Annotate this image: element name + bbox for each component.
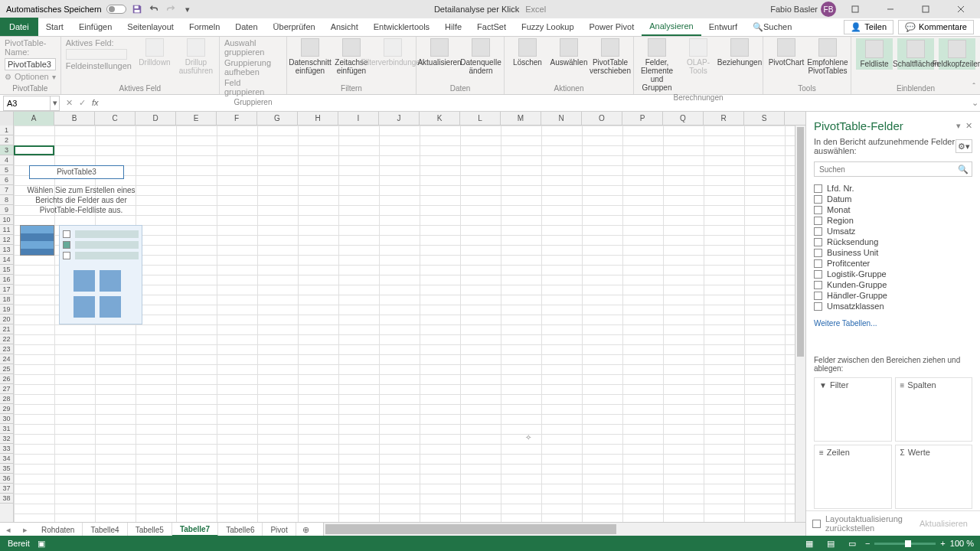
- col-header[interactable]: J: [379, 112, 420, 126]
- user-avatar[interactable]: FB: [821, 2, 836, 17]
- field-search-input[interactable]: [815, 165, 955, 174]
- tab-daten[interactable]: Daten: [227, 18, 265, 36]
- row-header[interactable]: 26: [0, 374, 13, 384]
- area-values[interactable]: Σ Werte: [895, 445, 973, 509]
- change-source-button[interactable]: Datenquelle ändern: [462, 38, 499, 75]
- row-header[interactable]: 10: [0, 215, 13, 225]
- recommended-button[interactable]: Empfohlene PivotTables: [809, 38, 846, 75]
- row-header[interactable]: 38: [0, 494, 13, 504]
- field-item[interactable]: Lfd. Nr.: [814, 183, 972, 194]
- tab-hilfe[interactable]: Hilfe: [437, 18, 469, 36]
- field-item[interactable]: Umsatz: [814, 226, 972, 236]
- col-header[interactable]: G: [257, 112, 298, 126]
- row-header[interactable]: 8: [0, 195, 13, 205]
- fieldlist-button[interactable]: Feldliste: [856, 38, 893, 70]
- view-layout-icon[interactable]: ▤: [822, 537, 839, 549]
- clear-button[interactable]: Löschen: [509, 38, 546, 67]
- row-header[interactable]: 2: [0, 135, 13, 145]
- pivottable-name-value[interactable]: PivotTable3: [5, 58, 56, 70]
- row-header[interactable]: 37: [0, 484, 13, 494]
- row-header[interactable]: 13: [0, 245, 13, 255]
- macro-record-icon[interactable]: ▣: [38, 539, 45, 549]
- col-header[interactable]: K: [420, 112, 460, 126]
- pane-gear-icon[interactable]: ⚙▾: [956, 139, 972, 153]
- col-header[interactable]: B: [54, 112, 95, 126]
- vertical-scrollbar[interactable]: [795, 126, 805, 522]
- zoom-out-icon[interactable]: −: [865, 539, 870, 548]
- col-header[interactable]: O: [582, 112, 622, 126]
- row-header[interactable]: 31: [0, 424, 13, 434]
- name-box-dropdown-icon[interactable]: ▾: [51, 96, 60, 111]
- row-header[interactable]: 21: [0, 324, 13, 334]
- add-sheet-button[interactable]: ⊕: [296, 525, 315, 535]
- zoom-in-icon[interactable]: +: [940, 539, 945, 548]
- autosave-toggle[interactable]: [106, 5, 126, 14]
- maximize-icon[interactable]: [910, 0, 942, 18]
- tab-ansicht[interactable]: Ansicht: [323, 18, 366, 36]
- row-header[interactable]: 15: [0, 265, 13, 275]
- col-header[interactable]: L: [460, 112, 501, 126]
- tab-formeln[interactable]: Formeln: [181, 18, 227, 36]
- tab-factset[interactable]: FactSet: [469, 18, 514, 36]
- col-header[interactable]: P: [622, 112, 663, 126]
- row-header[interactable]: 32: [0, 434, 13, 444]
- sheet-nav-prev-icon[interactable]: ◂: [0, 525, 17, 535]
- sheet-tab[interactable]: Tabelle4: [83, 523, 127, 536]
- col-header[interactable]: C: [95, 112, 136, 126]
- tab-analysieren[interactable]: Analysieren: [642, 18, 701, 36]
- row-header[interactable]: 24: [0, 354, 13, 364]
- row-header[interactable]: 34: [0, 454, 13, 464]
- cell-grid[interactable]: PivotTable3 Wählen Sie zum Erstellen ein…: [14, 126, 805, 522]
- buttons-button[interactable]: Schaltflächen: [897, 38, 934, 70]
- row-header[interactable]: 6: [0, 175, 13, 185]
- row-header[interactable]: 36: [0, 474, 13, 484]
- fieldheaders-button[interactable]: Feldkopfzeilen: [939, 38, 975, 70]
- sheet-tab[interactable]: Tabelle7: [172, 523, 218, 536]
- field-checkbox[interactable]: [814, 281, 822, 289]
- row-header[interactable]: 14: [0, 255, 13, 265]
- slicer-button[interactable]: Datenschnitt einfügen: [292, 38, 328, 75]
- tab-entwurf[interactable]: Entwurf: [701, 18, 745, 36]
- row-header[interactable]: 29: [0, 404, 13, 414]
- pivotchart-button[interactable]: PivotChart: [768, 38, 805, 67]
- field-item[interactable]: Monat: [814, 204, 972, 215]
- field-item[interactable]: Kunden-Gruppe: [814, 279, 972, 290]
- field-item[interactable]: Datum: [814, 194, 972, 204]
- select-button[interactable]: Auswählen: [550, 38, 587, 67]
- row-header[interactable]: 23: [0, 344, 13, 354]
- field-item[interactable]: Profitcenter: [814, 258, 972, 269]
- save-icon[interactable]: [131, 3, 143, 15]
- tab-entwicklertools[interactable]: Entwicklertools: [366, 18, 437, 36]
- field-checkbox[interactable]: [814, 238, 822, 246]
- row-header[interactable]: 7: [0, 185, 13, 195]
- row-header[interactable]: 17: [0, 285, 13, 295]
- row-header[interactable]: 4: [0, 155, 13, 165]
- tab-start[interactable]: Start: [38, 18, 71, 36]
- col-header[interactable]: M: [501, 112, 541, 126]
- ribbon-mode-icon[interactable]: [839, 0, 871, 18]
- timeline-button[interactable]: Zeitachse einfügen: [333, 38, 370, 75]
- name-box[interactable]: A3: [3, 96, 51, 111]
- field-checkbox[interactable]: [814, 249, 822, 257]
- collapse-ribbon-icon[interactable]: ˆ: [972, 82, 975, 91]
- move-pivot-button[interactable]: PivotTable verschieben: [592, 38, 629, 75]
- field-checkbox[interactable]: [814, 227, 822, 236]
- row-header[interactable]: 16: [0, 275, 13, 285]
- share-button[interactable]: 👤 Teilen: [844, 20, 893, 34]
- row-header[interactable]: 3: [0, 145, 13, 155]
- defer-checkbox[interactable]: [812, 520, 821, 528]
- tab-einfügen[interactable]: Einfügen: [71, 18, 119, 36]
- row-header[interactable]: 11: [0, 225, 13, 235]
- redo-icon[interactable]: [165, 3, 177, 15]
- row-header[interactable]: 28: [0, 394, 13, 404]
- sheet-tab[interactable]: Tabelle6: [218, 523, 263, 536]
- tab-überprüfen[interactable]: Überprüfen: [266, 18, 323, 36]
- tab-file[interactable]: Datei: [0, 18, 38, 36]
- fields-items-button[interactable]: Felder, Elemente und Gruppen: [639, 38, 675, 92]
- close-icon[interactable]: [945, 0, 977, 18]
- field-item[interactable]: Händler-Gruppe: [814, 290, 972, 301]
- tab-fuzzy lookup[interactable]: Fuzzy Lookup: [514, 18, 581, 36]
- field-item[interactable]: Business Unit: [814, 247, 972, 258]
- field-search[interactable]: 🔍: [814, 161, 972, 177]
- more-tables-link[interactable]: Weitere Tabellen...: [806, 315, 980, 332]
